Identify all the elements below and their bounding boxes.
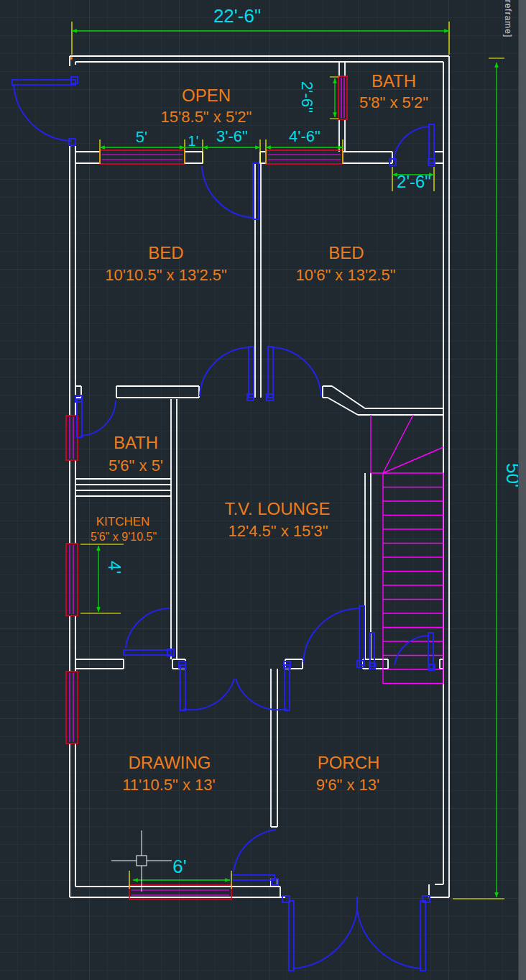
room-size-bed-right: 10'6" x 13'2.5" [295,266,395,284]
room-size-kitchen: 5'6" x 9'10.5" [91,531,157,543]
room-size-open: 15'8.5" x 5'2" [161,108,252,126]
right-scrollbar[interactable] [518,0,526,980]
dim-seg-1ft: 1' [188,133,199,149]
dim-total-width: 22'-6" [213,5,261,27]
room-label-kitchen: KITCHEN [96,515,150,528]
dim-seg-5ft: 5' [136,128,147,146]
room-size-tv-lounge: 12'4.5" x 15'3" [228,522,328,540]
room-size-porch: 9'6" x 13' [316,776,379,794]
room-label-tv-lounge: T.V. LOUNGE [224,499,330,518]
room-label-drawing: DRAWING [128,753,211,772]
room-label-open: OPEN [182,86,231,105]
room-size-bath-left: 5'6" x 5' [109,457,163,475]
room-size-bath-top: 5'8" x 5'2" [359,93,428,111]
dim-open-bath-window: 2'-6" [298,81,316,113]
room-label-bed-left: BED [148,243,183,262]
dim-seg-4-6: 4'-6" [289,127,320,145]
drawing-canvas[interactable]: 22'-6" 5' 1' 3'-6" 4'-6" 2'-6" 2'-6" 50'… [0,0,526,980]
room-label-bath-top: BATH [372,71,416,91]
room-size-bed-left: 10'10.5" x 13'2.5" [105,266,227,284]
room-label-bath-left: BATH [114,433,158,452]
room-label-porch: PORCH [318,753,380,772]
dim-kitchen-window: 4' [105,561,124,574]
osnap-node-marker [70,57,73,60]
room-size-drawing: 11'10.5" x 13' [122,776,216,794]
dim-drawing-window: 6' [172,856,186,877]
autocad-viewport: 22'-6" 5' 1' 3'-6" 4'-6" 2'-6" 2'-6" 50'… [0,0,526,980]
dim-bath-door: 2'-6" [397,172,431,191]
wireframe-mode-label: ireframe] [503,0,513,37]
dim-seg-3-6: 3'-6" [216,127,248,145]
room-label-bed-right: BED [328,243,364,262]
